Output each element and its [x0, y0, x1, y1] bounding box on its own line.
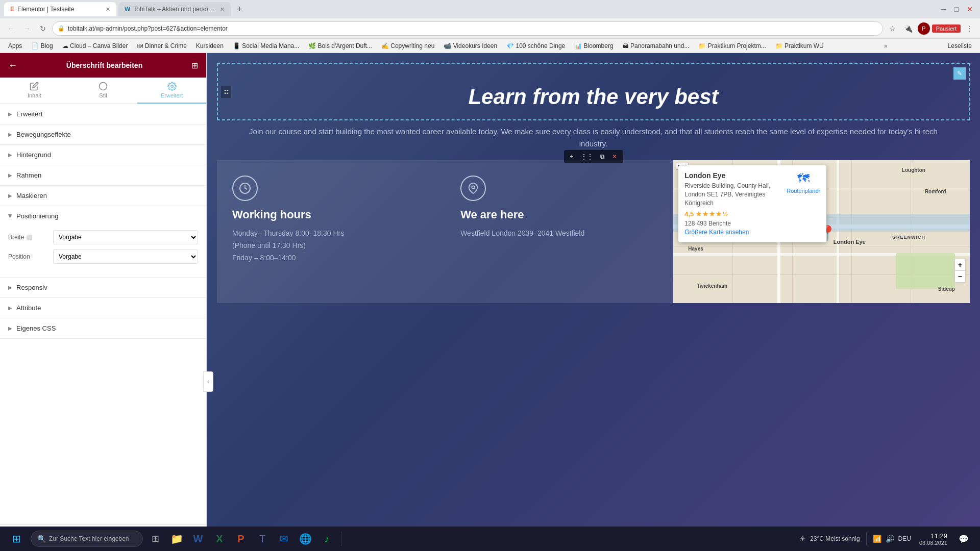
close-window-button[interactable]: ✕ — [964, 3, 976, 15]
sidebar-collapse-button[interactable]: ‹ — [203, 371, 213, 392]
bookmark-canva[interactable]: ☁ Cloud – Canva Bilder — [58, 41, 132, 51]
taskbar-excel[interactable]: X — [209, 529, 230, 549]
url-bar[interactable]: 🔒 tobitalk.at/wp-admin/post.php?post=627… — [52, 21, 883, 36]
map-zoom-in[interactable]: + — [955, 259, 965, 271]
taskbar-pinned-apps: ⊞ 📁 W X P T ✉ 🌐 ♪ — [145, 529, 337, 549]
sidebar-content: ▶ Erweitert ▶ Bewegungseffekte ▶ Hinterg… — [0, 104, 206, 524]
speaker-icon[interactable]: 🔊 — [886, 535, 894, 543]
tab-close-1[interactable]: ✕ — [106, 6, 110, 13]
section-eigenes-css-arrow: ▶ — [8, 325, 12, 331]
map-larger-link[interactable]: Größere Karte ansehen — [684, 229, 749, 236]
bookmark-blog[interactable]: 📄 Blog — [27, 41, 57, 51]
network-icon[interactable]: 📶 — [873, 535, 881, 543]
section-rahmen-header[interactable]: ▶ Rahmen — [0, 165, 206, 185]
section-erweitert: ▶ Erweitert — [0, 104, 206, 124]
section-bewegungseffekte-header[interactable]: ▶ Bewegungseffekte — [0, 124, 206, 144]
bookmark-copy[interactable]: ✍ Copywriting neu — [377, 41, 438, 51]
new-tab-button[interactable]: + — [233, 4, 247, 15]
bookmark-dinner[interactable]: 🍽 Dinner & Crime — [133, 41, 190, 51]
position-select[interactable]: Vorgabe — [53, 249, 198, 264]
sidebar-grid-icon[interactable]: ⊞ — [191, 61, 198, 70]
heading-section: ☷ Learn from the very best ✎ — [217, 63, 970, 120]
taskbar-search[interactable]: 🔍 Zur Suche Text hier eingeben — [31, 531, 143, 547]
section-eigenes-css-header[interactable]: ▶ Eigenes CSS — [0, 318, 206, 338]
bookmark-panorama[interactable]: 🏔 Panoramabahn und... — [619, 41, 694, 51]
taskbar-explorer[interactable]: 📁 — [166, 529, 187, 549]
map-zoom-out[interactable]: − — [955, 271, 965, 282]
bookmark-bois[interactable]: 🌿 Bois d'Argent Duft... — [304, 41, 376, 51]
routenplaner-label: Routenplaner — [787, 188, 820, 194]
tab-elementor[interactable]: E Elementor | Testseite ✕ — [4, 2, 116, 16]
map-place-loughton: Loughton — [902, 167, 925, 173]
reload-button[interactable]: ↻ — [37, 22, 49, 35]
section-positionierung-header[interactable]: ▶ Positionierung — [0, 206, 206, 226]
bookmark-apps[interactable]: Apps — [4, 41, 26, 51]
browser-toolbar: ← → ↻ 🔒 tobitalk.at/wp-admin/post.php?po… — [0, 18, 980, 39]
map-place-greenwich: GREENWICH — [892, 235, 925, 240]
section-responsiv-arrow: ▶ — [8, 285, 12, 290]
block-handle-icon[interactable]: ☷ — [221, 86, 231, 98]
back-button[interactable]: ← — [4, 22, 17, 35]
bookmark-praktikum2[interactable]: 📁 Praktikum WU — [771, 41, 828, 51]
duplicate-element-button[interactable]: ⧉ — [597, 152, 608, 162]
section-erweitert-header[interactable]: ▶ Erweitert — [0, 104, 206, 124]
minimize-button[interactable]: ─ — [938, 3, 949, 15]
taskbar: ⊞ 🔍 Zur Suche Text hier eingeben ⊞ 📁 W X… — [0, 527, 980, 551]
taskbar-chrome[interactable]: 🌐 — [295, 529, 315, 549]
edit-pencil-button[interactable]: ✎ — [953, 67, 966, 80]
tab-close-2[interactable]: ✕ — [220, 6, 225, 13]
bookmark-video[interactable]: 📹 Videokurs Ideen — [439, 41, 501, 51]
pause-button[interactable]: Pausiert — [932, 24, 961, 33]
taskview-button[interactable]: ⊞ — [145, 529, 165, 549]
bookmark-bloomberg[interactable]: 📊 Bloomberg — [570, 41, 617, 51]
section-maskieren-header[interactable]: ▶ Maskieren — [0, 186, 206, 206]
taskbar-word[interactable]: W — [188, 529, 208, 549]
taskbar-clock[interactable]: 11:29 03.08.2021 — [915, 532, 951, 546]
section-hintergrund-header[interactable]: ▶ Hintergrund — [0, 145, 206, 165]
tab-stil[interactable]: Stil — [69, 78, 138, 104]
google-maps-icon: 🗺 — [797, 171, 810, 186]
extensions-button[interactable]: 🔌 — [901, 22, 916, 35]
weather-icon: ☀ — [799, 535, 806, 543]
bookmark-praktikum1[interactable]: 📁 Praktikum Projektm... — [694, 41, 770, 51]
map-stars: ★★★★½ — [696, 210, 728, 218]
forward-button[interactable]: → — [20, 22, 34, 35]
section-attribute-header[interactable]: ▶ Attribute — [0, 298, 206, 318]
profile-button[interactable]: P — [918, 22, 930, 35]
section-maskieren-arrow: ▶ — [8, 193, 12, 198]
menu-button[interactable]: ⋮ — [963, 22, 976, 35]
tab-label-2: TobiTalk – Aktien und persönlich... — [133, 6, 215, 13]
map-zoom-controls[interactable]: + − — [954, 259, 966, 283]
bookmark-star-button[interactable]: ☆ — [886, 22, 899, 35]
map-popup-nav: 🗺 Routenplaner — [787, 171, 820, 236]
breite-select[interactable]: Vorgabe — [53, 230, 198, 244]
tab-inhalt[interactable]: Inhalt — [0, 78, 69, 104]
working-hours-text: Monday– Thursday 8:00–18:30 Hrs (Phone u… — [232, 228, 430, 264]
bookmark-social[interactable]: 📱 Social Media Mana... — [229, 41, 303, 51]
delete-element-button[interactable]: ✕ — [609, 152, 620, 162]
section-positionierung-content: Breite ⬜ Vorgabe Position — [0, 226, 206, 277]
tab-erweitert[interactable]: Erweitert — [137, 78, 206, 104]
bookmark-kursideen[interactable]: Kursideen — [192, 41, 228, 51]
notification-button[interactable]: 💬 — [955, 529, 972, 549]
section-hintergrund: ▶ Hintergrund — [0, 145, 206, 165]
section-erweitert-arrow: ▶ — [8, 111, 12, 117]
gear-icon — [167, 82, 177, 91]
tab-tobitalk[interactable]: W TobiTalk – Aktien und persönlich... ✕ — [118, 2, 231, 16]
taskbar-ppt[interactable]: P — [231, 529, 251, 549]
drag-element-button[interactable]: ⋮⋮ — [578, 152, 596, 162]
add-element-button[interactable]: + — [567, 152, 576, 162]
map-card: M25 M4 Wembley Hayes Twickenham Romford … — [673, 160, 970, 303]
start-button[interactable]: ⊞ — [4, 529, 29, 549]
bookmarks-more[interactable]: » — [881, 41, 891, 51]
taskbar-outlook[interactable]: ✉ — [274, 529, 294, 549]
pencil-icon — [30, 82, 39, 91]
taskbar-teams[interactable]: T — [252, 529, 273, 549]
taskbar-music[interactable]: ♪ — [316, 529, 337, 549]
bookmark-100[interactable]: 💎 100 schöne Dinge — [502, 41, 569, 51]
section-responsiv-header[interactable]: ▶ Responsiv — [0, 278, 206, 297]
reading-mode[interactable]: Leseliste — [944, 41, 976, 51]
sidebar-back-icon[interactable]: ← — [8, 60, 17, 71]
maximize-button[interactable]: □ — [951, 3, 962, 15]
search-placeholder: Zur Suche Text hier eingeben — [49, 535, 129, 542]
